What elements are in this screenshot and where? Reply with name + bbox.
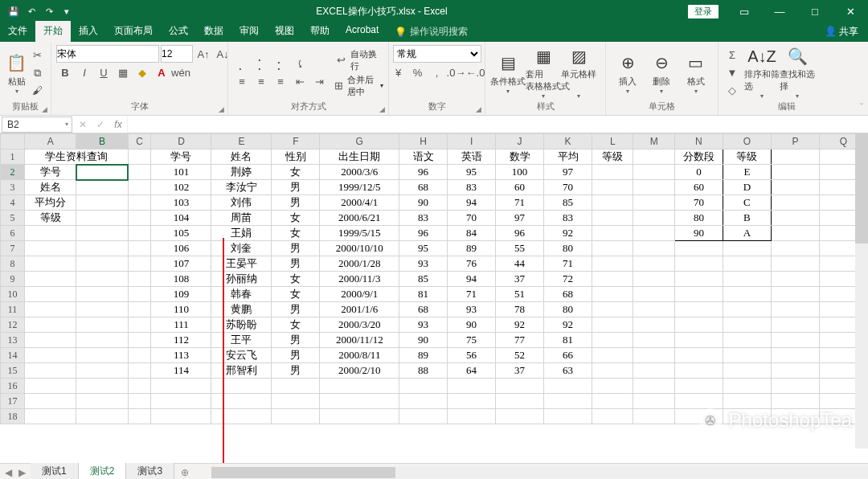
cell[interactable]: 56: [448, 348, 496, 363]
cell[interactable]: 70: [544, 180, 592, 195]
cell[interactable]: 女: [272, 287, 320, 302]
cell[interactable]: [151, 394, 211, 409]
comma-icon[interactable]: ,: [428, 64, 446, 80]
cell[interactable]: 韩春: [211, 287, 272, 302]
col-header-I[interactable]: I: [448, 134, 496, 149]
cell[interactable]: 邢智利: [211, 363, 272, 379]
cell[interactable]: 96: [399, 226, 448, 241]
cell[interactable]: 2000/3/6: [320, 165, 399, 180]
col-header-F[interactable]: F: [272, 134, 320, 149]
orientation-icon[interactable]: ⤹: [291, 56, 309, 72]
cell[interactable]: [448, 394, 496, 409]
cell[interactable]: [76, 348, 128, 363]
minimize-icon[interactable]: —: [762, 0, 797, 23]
undo-icon[interactable]: ↶: [23, 2, 40, 20]
cell[interactable]: 103: [151, 195, 211, 211]
cell[interactable]: A: [723, 226, 771, 241]
sheet-tab-测试1[interactable]: 测试1: [31, 463, 79, 479]
cell[interactable]: 等级: [25, 211, 76, 226]
cell[interactable]: [592, 363, 633, 379]
cell[interactable]: 等级: [592, 149, 633, 165]
cell[interactable]: 男: [272, 180, 320, 195]
cell[interactable]: 71: [448, 287, 496, 302]
cell[interactable]: [633, 165, 674, 180]
cell[interactable]: [128, 165, 151, 180]
underline-button[interactable]: U: [95, 64, 113, 80]
cell[interactable]: 女: [272, 272, 320, 287]
tab-视图[interactable]: 视图: [267, 21, 302, 42]
cell[interactable]: 84: [448, 226, 496, 241]
row-header[interactable]: 16: [1, 379, 25, 394]
tab-数据[interactable]: 数据: [196, 21, 231, 42]
cell[interactable]: [633, 317, 674, 333]
cell[interactable]: 数学: [496, 149, 544, 165]
row-header[interactable]: 8: [1, 256, 25, 272]
cell[interactable]: [76, 272, 128, 287]
cell[interactable]: [211, 379, 272, 394]
cell[interactable]: 男: [272, 302, 320, 317]
cell[interactable]: [128, 394, 151, 409]
cell[interactable]: [128, 287, 151, 302]
cell[interactable]: 52: [496, 348, 544, 363]
cell[interactable]: [544, 409, 592, 424]
formula-input[interactable]: [127, 117, 868, 133]
cell[interactable]: [674, 379, 723, 394]
cell[interactable]: 英语: [448, 149, 496, 165]
cell[interactable]: 王晏平: [211, 256, 272, 272]
cell[interactable]: [76, 195, 128, 211]
row-header[interactable]: 5: [1, 211, 25, 226]
border-icon[interactable]: ▦: [114, 64, 132, 80]
font-color-icon[interactable]: A: [153, 64, 170, 80]
cell[interactable]: [633, 302, 674, 317]
cell[interactable]: [76, 363, 128, 379]
cell[interactable]: [771, 241, 819, 256]
cell[interactable]: [76, 180, 128, 195]
row-header[interactable]: 3: [1, 180, 25, 195]
cell[interactable]: [128, 379, 151, 394]
cell[interactable]: 63: [544, 363, 592, 379]
cell[interactable]: [723, 333, 771, 348]
cell[interactable]: [674, 333, 723, 348]
cell[interactable]: [544, 394, 592, 409]
cell[interactable]: [128, 241, 151, 256]
cell[interactable]: 学号: [151, 149, 211, 165]
cell[interactable]: 等级: [723, 149, 771, 165]
col-header-J[interactable]: J: [496, 134, 544, 149]
tab-帮助[interactable]: 帮助: [302, 21, 338, 42]
cell[interactable]: 女: [272, 211, 320, 226]
cell[interactable]: [674, 363, 723, 379]
cell[interactable]: [674, 272, 723, 287]
cell[interactable]: 女: [272, 165, 320, 180]
cell[interactable]: 110: [151, 302, 211, 317]
enter-formula-icon[interactable]: ✓: [92, 119, 109, 130]
cell[interactable]: 姓名: [211, 149, 272, 165]
cell[interactable]: [76, 409, 128, 424]
cell[interactable]: [128, 180, 151, 195]
cell[interactable]: 姓名: [25, 180, 76, 195]
cell[interactable]: 85: [399, 272, 448, 287]
cell[interactable]: [771, 211, 819, 226]
cell[interactable]: 安云飞: [211, 348, 272, 363]
align-center-icon[interactable]: ≡: [252, 74, 270, 90]
cell[interactable]: [592, 394, 633, 409]
find-select-button[interactable]: 🔍查找和选择▾: [780, 47, 815, 100]
cell[interactable]: 68: [399, 180, 448, 195]
cell[interactable]: [674, 317, 723, 333]
align-middle-icon[interactable]: ⡁: [252, 56, 270, 72]
cell[interactable]: [76, 394, 128, 409]
cell[interactable]: 2000/4/1: [320, 195, 399, 211]
col-header-O[interactable]: O: [723, 134, 771, 149]
cell[interactable]: 97: [544, 165, 592, 180]
close-icon[interactable]: ✕: [833, 0, 868, 23]
cell[interactable]: 85: [544, 195, 592, 211]
cell[interactable]: [633, 379, 674, 394]
tab-文件[interactable]: 文件: [0, 21, 35, 42]
qat-customize-icon[interactable]: ▾: [58, 2, 76, 20]
italic-button[interactable]: I: [76, 64, 93, 80]
cell[interactable]: [128, 211, 151, 226]
cell[interactable]: [771, 165, 819, 180]
cell[interactable]: [76, 226, 128, 241]
cell[interactable]: 男: [272, 333, 320, 348]
cell[interactable]: [320, 394, 399, 409]
cell[interactable]: [448, 409, 496, 424]
